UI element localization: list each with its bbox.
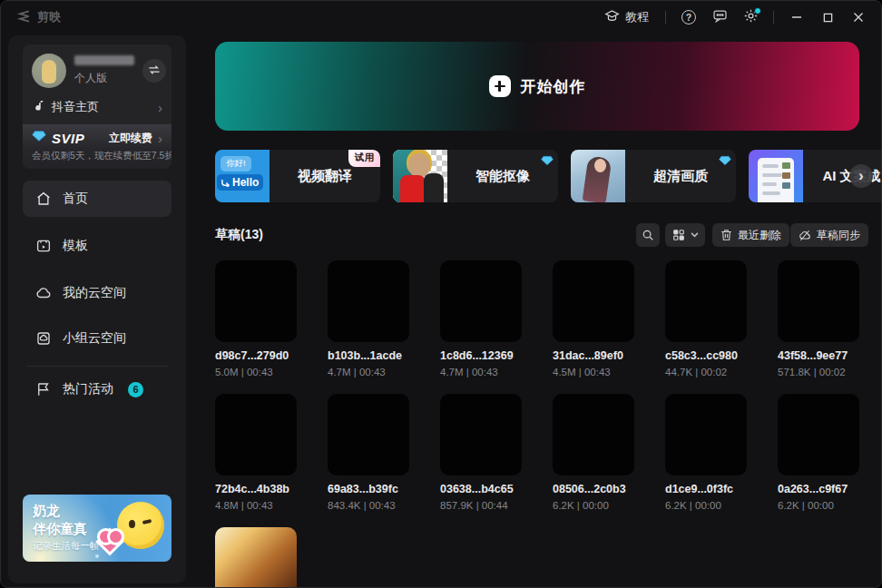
features-next-button[interactable]: › — [849, 164, 873, 188]
tutorial-label: 教程 — [625, 9, 649, 25]
recently-deleted-label: 最近删除 — [738, 228, 781, 243]
draft-thumbnail[interactable] — [328, 260, 409, 342]
minimize-button[interactable] — [783, 5, 810, 29]
draft-meta: 571.8K | 00:02 — [778, 367, 859, 377]
trash-icon — [720, 229, 732, 241]
graduation-cap-icon — [604, 9, 620, 25]
app-logo: 剪映 — [15, 9, 61, 25]
sidebar-item-home[interactable]: 首页 — [23, 181, 172, 217]
sidebar-item-my-cloud[interactable]: 我的云空间 — [23, 275, 172, 311]
feature-card-video-translate[interactable]: 你好! Hello 视频翻译 试用 — [215, 150, 380, 202]
home-icon — [35, 191, 52, 207]
draft-thumbnail[interactable] — [215, 260, 297, 342]
translate-arrow-icon — [221, 179, 230, 187]
draft-item[interactable]: c58c3...cc980 44.7K | 00:02 — [665, 260, 747, 377]
draft-thumbnail[interactable] — [215, 394, 297, 475]
start-creation-button[interactable]: 开始创作 — [215, 42, 859, 131]
svip-description: 会员仅剩5天，现在续费低至7.5折 — [32, 150, 162, 162]
sidebar-item-label: 小组云空间 — [63, 330, 126, 347]
search-button[interactable] — [636, 223, 660, 247]
chevron-right-icon: › — [158, 101, 162, 114]
activities-count-badge: 6 — [128, 382, 143, 397]
start-creation-label: 开始创作 — [521, 76, 586, 97]
search-icon — [642, 229, 654, 241]
avatar[interactable] — [32, 54, 66, 88]
maximize-button[interactable] — [814, 5, 841, 29]
plus-icon — [489, 75, 511, 97]
promo-subtitle: 记录生活每一帧 — [33, 540, 100, 553]
draft-item[interactable]: b103b...1acde 4.7M | 00:43 — [328, 260, 409, 377]
profile-card[interactable]: 个人版 抖音主页 › — [23, 44, 172, 169]
draft-name: 1c8d6...12369 — [440, 349, 522, 362]
draft-item[interactable] — [215, 527, 297, 588]
sidebar-item-label: 我的云空间 — [63, 285, 126, 301]
sidebar-item-group-cloud[interactable]: 小组云空间 — [23, 320, 172, 357]
draft-item[interactable]: 08506...2c0b3 6.2K | 00:00 — [553, 394, 634, 511]
draft-item[interactable]: d1ce9...0f3fc 6.2K | 00:00 — [665, 394, 747, 511]
sidebar-item-hot-activities[interactable]: 热门活动 6 — [23, 371, 172, 407]
draft-sync-button[interactable]: 草稿同步 — [790, 223, 868, 247]
draft-thumbnail[interactable] — [328, 394, 409, 475]
recently-deleted-button[interactable]: 最近删除 — [712, 223, 789, 247]
settings-notification-dot — [754, 7, 761, 15]
heart-icon — [99, 531, 126, 554]
flag-icon — [35, 381, 52, 397]
trial-badge: 试用 — [348, 150, 380, 167]
draft-thumbnail[interactable] — [665, 394, 747, 475]
close-button[interactable] — [845, 5, 872, 29]
draft-thumbnail[interactable] — [215, 527, 297, 588]
music-note-icon — [34, 100, 44, 115]
draft-item[interactable]: 72b4c...4b38b 4.8M | 00:43 — [215, 394, 297, 511]
draft-item[interactable]: 31dac...89ef0 4.5M | 00:43 — [553, 260, 634, 377]
draft-item[interactable]: 43f58...9ee77 571.8K | 00:02 — [778, 260, 859, 377]
promo-title: 奶龙 伴你童真 — [33, 502, 87, 539]
draft-item[interactable]: 1c8d6...12369 4.7M | 00:43 — [440, 260, 522, 377]
thumb-text-en: Hello — [217, 174, 263, 191]
feedback-button[interactable] — [706, 5, 733, 29]
svip-label: SVIP — [52, 131, 84, 146]
ai-script-thumbnail — [749, 150, 803, 202]
switch-account-button[interactable] — [142, 59, 166, 83]
draft-thumbnail[interactable] — [553, 260, 634, 342]
help-button[interactable]: ? — [675, 5, 702, 29]
douyin-homepage-row[interactable]: 抖音主页 › — [23, 95, 172, 124]
douyin-label: 抖音主页 — [52, 99, 99, 115]
draft-meta: 4.8M | 00:43 — [215, 500, 297, 511]
drafts-title: 草稿(13) — [215, 227, 263, 243]
sidebar-item-templates[interactable]: 模板 — [23, 228, 172, 264]
draft-item[interactable]: 03638...b4c65 857.9K | 00:44 — [440, 394, 522, 511]
draft-thumbnail[interactable] — [440, 394, 522, 475]
draft-thumbnail[interactable] — [440, 260, 522, 342]
draft-item[interactable]: 0a263...c9f67 6.2K | 00:00 — [778, 394, 859, 511]
promo-banner[interactable]: 奶龙 伴你童真 记录生活每一帧 — [23, 495, 172, 562]
draft-thumbnail[interactable] — [665, 260, 747, 342]
draft-thumbnail[interactable] — [553, 394, 634, 475]
swap-icon — [148, 63, 161, 79]
draft-thumbnail[interactable] — [778, 394, 859, 475]
svip-banner[interactable]: SVIP 立即续费 › 会员仅剩5天，现在续费低至7.5折 — [23, 124, 172, 169]
sidebar: 个人版 抖音主页 › — [8, 35, 186, 583]
thumb-text-cn: 你好! — [220, 156, 251, 172]
tutorial-button[interactable]: 教程 — [597, 5, 656, 29]
draft-name: 69a83...b39fc — [328, 483, 409, 495]
draft-thumbnail[interactable] — [778, 260, 859, 342]
draft-name: d98c7...279d0 — [215, 349, 297, 362]
titlebar: 剪映 教程 ? — [1, 1, 881, 34]
draft-meta: 44.7K | 00:02 — [665, 367, 747, 377]
grid-view-icon — [672, 229, 685, 241]
draft-name: 08506...2c0b3 — [553, 483, 634, 495]
feature-card-uhd-quality[interactable]: 超清画质 — [571, 150, 736, 202]
username-blurred — [74, 55, 134, 65]
draft-item[interactable]: 69a83...b39fc 843.4K | 00:43 — [328, 394, 409, 511]
draft-item[interactable]: d98c7...279d0 5.0M | 00:43 — [215, 260, 297, 377]
cloud-sync-off-icon — [799, 230, 811, 241]
draft-name: c58c3...cc980 — [665, 349, 747, 362]
draft-meta: 5.0M | 00:43 — [215, 367, 297, 377]
settings-button[interactable] — [737, 5, 764, 29]
uhd-quality-thumbnail — [571, 150, 625, 202]
feature-card-smart-cutout[interactable]: 智能抠像 — [393, 150, 558, 202]
draft-meta: 857.9K | 00:44 — [440, 500, 522, 511]
profile-top: 个人版 — [23, 44, 172, 95]
view-mode-button[interactable] — [665, 223, 705, 247]
sidebar-divider — [26, 366, 168, 367]
